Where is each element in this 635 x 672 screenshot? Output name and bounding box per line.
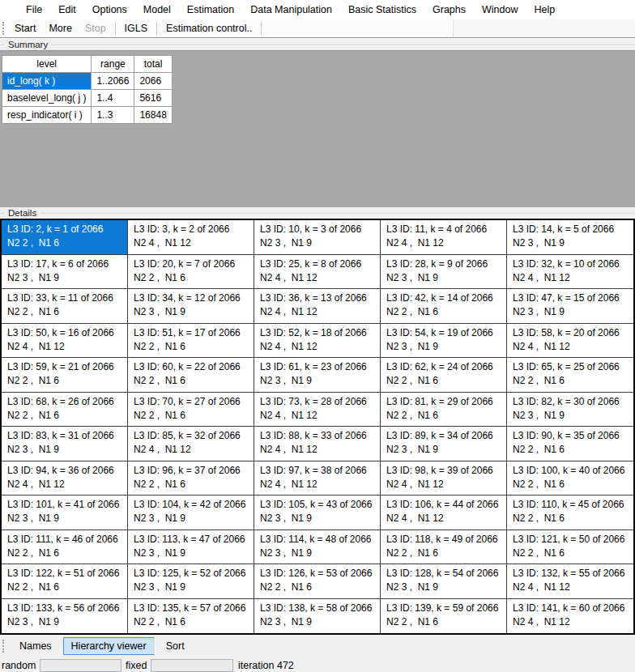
detail-cell[interactable]: L3 ID: 65, k = 25 of 2066N2 2 , N1 6 bbox=[507, 358, 633, 393]
menu-item-graphs[interactable]: Graphs bbox=[424, 2, 474, 18]
detail-cell[interactable]: L3 ID: 132, k = 55 of 2066N2 4 , N1 12 bbox=[507, 564, 633, 599]
detail-cell[interactable]: L3 ID: 104, k = 42 of 2066N2 3 , N1 9 bbox=[128, 495, 254, 530]
detail-cell[interactable]: L3 ID: 135, k = 57 of 2066N2 2 , N1 6 bbox=[128, 599, 254, 634]
detail-cell[interactable]: L3 ID: 14, k = 5 of 2066N2 3 , N1 9 bbox=[507, 220, 633, 255]
summary-cell-total[interactable]: 2066 bbox=[134, 73, 172, 90]
menu-item-edit[interactable]: Edit bbox=[50, 2, 84, 18]
detail-cell-line2: N2 4 , N1 12 bbox=[134, 236, 252, 250]
detail-cell[interactable]: L3 ID: 85, k = 32 of 2066N2 4 , N1 12 bbox=[128, 427, 254, 461]
detail-cell[interactable]: L3 ID: 88, k = 33 of 2066N2 4 , N1 12 bbox=[254, 427, 381, 461]
menu-item-basic-statistics[interactable]: Basic Statistics bbox=[340, 2, 424, 18]
detail-cell[interactable]: L3 ID: 20, k = 7 of 2066N2 2 , N1 6 bbox=[128, 255, 254, 290]
detail-cell[interactable]: L3 ID: 111, k = 46 of 2066N2 2 , N1 6 bbox=[2, 530, 128, 565]
detail-cell-line2: N2 2 , N1 6 bbox=[7, 409, 126, 423]
summary-cell-level[interactable]: baselevel_long( j ) bbox=[2, 90, 92, 107]
detail-cell[interactable]: L3 ID: 141, k = 60 of 2066N2 4 , N1 12 bbox=[507, 599, 633, 634]
detail-cell[interactable]: L3 ID: 32, k = 10 of 2066N2 4 , N1 12 bbox=[507, 255, 633, 290]
tabbar-grip[interactable] bbox=[2, 640, 5, 653]
detail-cell[interactable]: L3 ID: 110, k = 45 of 2066N2 2 , N1 6 bbox=[507, 495, 633, 530]
detail-cell[interactable]: L3 ID: 118, k = 49 of 2066N2 2 , N1 6 bbox=[381, 530, 507, 565]
detail-cell[interactable]: L3 ID: 36, k = 13 of 2066N2 4 , N1 12 bbox=[254, 289, 381, 324]
detail-cell[interactable]: L3 ID: 60, k = 22 of 2066N2 2 , N1 6 bbox=[128, 358, 254, 393]
detail-cell[interactable]: L3 ID: 94, k = 36 of 2066N2 4 , N1 12 bbox=[2, 461, 128, 496]
detail-cell[interactable]: L3 ID: 100, k = 40 of 2066N2 2 , N1 6 bbox=[507, 461, 633, 496]
summary-cell-total[interactable]: 5616 bbox=[134, 90, 172, 107]
menu-item-file[interactable]: File bbox=[18, 2, 50, 18]
menu-item-estimation[interactable]: Estimation bbox=[179, 2, 242, 18]
detail-cell-line2: N2 3 , N1 9 bbox=[386, 340, 505, 354]
detail-cell[interactable]: L3 ID: 33, k = 11 of 2066N2 2 , N1 6 bbox=[2, 289, 128, 324]
tab-names[interactable]: Names bbox=[11, 637, 60, 655]
menu-item-help[interactable]: Help bbox=[526, 2, 564, 18]
detail-cell[interactable]: L3 ID: 25, k = 8 of 2066N2 4 , N1 12 bbox=[254, 255, 381, 290]
menu-item-window[interactable]: Window bbox=[474, 2, 526, 18]
summary-cell-range[interactable]: 1..2066 bbox=[92, 73, 134, 90]
detail-cell[interactable]: L3 ID: 114, k = 48 of 2066N2 3 , N1 9 bbox=[254, 530, 381, 565]
detail-cell[interactable]: L3 ID: 59, k = 21 of 2066N2 2 , N1 6 bbox=[2, 358, 128, 393]
detail-cell[interactable]: L3 ID: 52, k = 18 of 2066N2 4 , N1 12 bbox=[254, 324, 381, 359]
detail-cell[interactable]: L3 ID: 3, k = 2 of 2066N2 4 , N1 12 bbox=[128, 220, 254, 255]
detail-cell[interactable]: L3 ID: 126, k = 53 of 2066N2 2 , N1 6 bbox=[254, 564, 381, 599]
summary-cell-level[interactable]: resp_indicator( i ) bbox=[2, 107, 92, 124]
detail-cell[interactable]: L3 ID: 89, k = 34 of 2066N2 3 , N1 9 bbox=[381, 427, 507, 461]
detail-cell[interactable]: L3 ID: 122, k = 51 of 2066N2 2 , N1 6 bbox=[2, 564, 128, 599]
detail-cell[interactable]: L3 ID: 121, k = 50 of 2066N2 2 , N1 6 bbox=[507, 530, 633, 565]
detail-cell[interactable]: L3 ID: 90, k = 35 of 2066N2 2 , N1 6 bbox=[507, 427, 633, 461]
detail-cell[interactable]: L3 ID: 34, k = 12 of 2066N2 3 , N1 9 bbox=[128, 289, 254, 324]
detail-cell[interactable]: L3 ID: 81, k = 29 of 2066N2 2 , N1 6 bbox=[381, 393, 507, 427]
detail-cell[interactable]: L3 ID: 28, k = 9 of 2066N2 3 , N1 9 bbox=[381, 255, 507, 290]
detail-cell[interactable]: L3 ID: 128, k = 54 of 2066N2 3 , N1 9 bbox=[381, 564, 507, 599]
detail-cell[interactable]: L3 ID: 2, k = 1 of 2066N2 2 , N1 6 bbox=[2, 220, 128, 255]
detail-cell[interactable]: L3 ID: 83, k = 31 of 2066N2 3 , N1 9 bbox=[2, 427, 128, 461]
detail-cell[interactable]: L3 ID: 50, k = 16 of 2066N2 4 , N1 12 bbox=[2, 324, 128, 359]
detail-cell[interactable]: L3 ID: 17, k = 6 of 2066N2 3 , N1 9 bbox=[2, 255, 128, 290]
detail-cell[interactable]: L3 ID: 97, k = 38 of 2066N2 4 , N1 12 bbox=[254, 461, 381, 496]
detail-cell[interactable]: L3 ID: 58, k = 20 of 2066N2 4 , N1 12 bbox=[507, 324, 633, 359]
detail-cell[interactable]: L3 ID: 11, k = 4 of 2066N2 4 , N1 12 bbox=[381, 220, 507, 255]
detail-cell-line2: N2 2 , N1 6 bbox=[513, 478, 632, 491]
detail-cell-line2: N2 2 , N1 6 bbox=[513, 443, 632, 457]
detail-cell[interactable]: L3 ID: 10, k = 3 of 2066N2 3 , N1 9 bbox=[254, 220, 381, 255]
detail-cell-line1: L3 ID: 114, k = 48 of 2066 bbox=[260, 533, 378, 547]
detail-cell[interactable]: L3 ID: 96, k = 37 of 2066N2 2 , N1 6 bbox=[128, 461, 254, 496]
tab-sort[interactable]: Sort bbox=[158, 637, 193, 655]
detail-cell[interactable]: L3 ID: 61, k = 23 of 2066N2 3 , N1 9 bbox=[254, 358, 381, 393]
detail-cell[interactable]: L3 ID: 82, k = 30 of 2066N2 3 , N1 9 bbox=[507, 393, 633, 427]
detail-cell[interactable]: L3 ID: 138, k = 58 of 2066N2 3 , N1 9 bbox=[254, 599, 381, 634]
detail-cell[interactable]: L3 ID: 113, k = 47 of 2066N2 3 , N1 9 bbox=[128, 530, 254, 565]
summary-cell-total[interactable]: 16848 bbox=[134, 107, 172, 124]
detail-cell[interactable]: L3 ID: 98, k = 39 of 2066N2 4 , N1 12 bbox=[381, 461, 507, 496]
detail-cell-line2: N2 4 , N1 12 bbox=[260, 340, 378, 354]
detail-cell[interactable]: L3 ID: 73, k = 28 of 2066N2 4 , N1 12 bbox=[254, 393, 381, 427]
summary-cell-range[interactable]: 1..3 bbox=[92, 107, 134, 124]
toolbar-button-start[interactable]: Start bbox=[8, 21, 42, 36]
detail-cell-line1: L3 ID: 132, k = 55 of 2066 bbox=[513, 567, 632, 581]
summary-cell-level[interactable]: id_long( k ) bbox=[2, 73, 92, 90]
detail-cell[interactable]: L3 ID: 70, k = 27 of 2066N2 2 , N1 6 bbox=[128, 393, 254, 427]
detail-cell[interactable]: L3 ID: 51, k = 17 of 2066N2 2 , N1 6 bbox=[128, 324, 254, 359]
menu-item-data-manipulation[interactable]: Data Manipulation bbox=[242, 2, 340, 18]
detail-cell-line1: L3 ID: 141, k = 60 of 2066 bbox=[513, 602, 632, 615]
detail-cell[interactable]: L3 ID: 133, k = 56 of 2066N2 3 , N1 9 bbox=[2, 599, 128, 634]
toolbar-grip[interactable] bbox=[2, 22, 5, 35]
detail-cell[interactable]: L3 ID: 105, k = 43 of 2066N2 3 , N1 9 bbox=[254, 495, 381, 530]
detail-cell[interactable]: L3 ID: 139, k = 59 of 2066N2 2 , N1 6 bbox=[381, 599, 507, 634]
detail-cell-line1: L3 ID: 106, k = 44 of 2066 bbox=[386, 498, 505, 512]
detail-cell[interactable]: L3 ID: 47, k = 15 of 2066N2 3 , N1 9 bbox=[507, 289, 633, 324]
detail-cell[interactable]: L3 ID: 54, k = 19 of 2066N2 3 , N1 9 bbox=[381, 324, 507, 359]
detail-cell[interactable]: L3 ID: 42, k = 14 of 2066N2 2 , N1 6 bbox=[381, 289, 507, 324]
detail-cell-line2: N2 2 , N1 6 bbox=[7, 547, 126, 560]
menu-item-options[interactable]: Options bbox=[84, 2, 135, 18]
detail-cell[interactable]: L3 ID: 68, k = 26 of 2066N2 2 , N1 6 bbox=[2, 393, 128, 427]
detail-cell[interactable]: L3 ID: 125, k = 52 of 2066N2 3 , N1 9 bbox=[128, 564, 254, 599]
detail-cell[interactable]: L3 ID: 62, k = 24 of 2066N2 2 , N1 6 bbox=[381, 358, 507, 393]
tab-hierarchy-viewer[interactable]: Hierarchy viewer bbox=[63, 637, 155, 655]
toolbar-button-more[interactable]: More bbox=[42, 21, 78, 36]
menu-item-model[interactable]: Model bbox=[135, 2, 179, 18]
detail-cell-line2: N2 4 , N1 12 bbox=[386, 478, 505, 491]
toolbar-button-estimation-control[interactable]: Estimation control.. bbox=[160, 21, 258, 36]
detail-cell[interactable]: L3 ID: 106, k = 44 of 2066N2 4 , N1 12 bbox=[381, 495, 507, 530]
toolbar-button-igls[interactable]: IGLS bbox=[118, 21, 155, 36]
summary-cell-range[interactable]: 1..4 bbox=[92, 90, 134, 107]
detail-cell[interactable]: L3 ID: 101, k = 41 of 2066N2 3 , N1 9 bbox=[2, 495, 128, 530]
